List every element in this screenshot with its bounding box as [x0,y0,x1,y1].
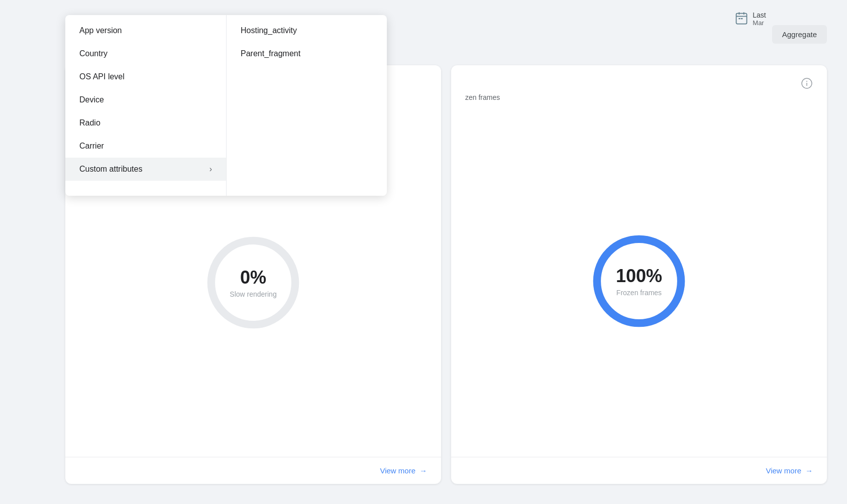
slow-donut: 0% Slow rendering [198,227,308,338]
dropdown-item-carrier[interactable]: Carrier [65,135,226,158]
card-header-frozen [451,65,827,93]
dropdown-right-column: Hosting_activity Parent_fragment [226,15,387,196]
dropdown-left-column: App version Country OS API level Device … [65,15,226,196]
slow-card-footer: View more → [65,457,441,484]
dropdown-item-parent-fragment[interactable]: Parent_fragment [227,42,387,65]
frozen-percent: 100% [616,266,662,287]
dropdown-item-country[interactable]: Country [65,42,226,65]
info-icon [801,77,813,89]
dropdown-overlay: App version Country OS API level Device … [65,15,387,196]
svg-point-12 [806,81,807,82]
svg-rect-7 [738,18,740,19]
dropdown-item-app-version[interactable]: App version [65,19,226,42]
top-right-area: Last Mar Aggregate [734,10,827,44]
dropdown-item-hosting-activity[interactable]: Hosting_activity [227,19,387,42]
frozen-card-footer: View more → [451,457,827,484]
frozen-view-more-link[interactable]: View more → [766,466,813,475]
frozen-donut: 100% Frozen frames [584,226,694,336]
slow-percent: 0% [230,267,276,288]
dropdown-item-os-api-level[interactable]: OS API level [65,65,226,88]
frozen-donut-area: 100% Frozen frames [451,105,827,457]
date-section: Last Mar [734,10,766,27]
frozen-frames-card: zen frames 100% Frozen frames View more … [451,65,827,484]
slow-subtitle: Slow rendering [230,290,276,298]
date-label: Last Mar [753,11,766,27]
frozen-subtitle-top: zen frames [451,93,827,105]
dropdown-item-device[interactable]: Device [65,88,226,111]
aggregate-button[interactable]: Aggregate [772,25,827,44]
chevron-right-icon: › [209,165,212,174]
calendar-icon [734,11,749,27]
svg-rect-8 [741,18,743,19]
dropdown-item-custom-attributes[interactable]: Custom attributes › [65,158,226,181]
dropdown-item-radio[interactable]: Radio [65,111,226,135]
slow-view-more-link[interactable]: View more → [380,466,427,475]
frozen-subtitle: Frozen frames [616,289,662,297]
arrow-right-icon: → [419,466,427,475]
arrow-right-icon-2: → [805,466,813,475]
dropdown-container: App version Country OS API level Device … [65,15,387,196]
